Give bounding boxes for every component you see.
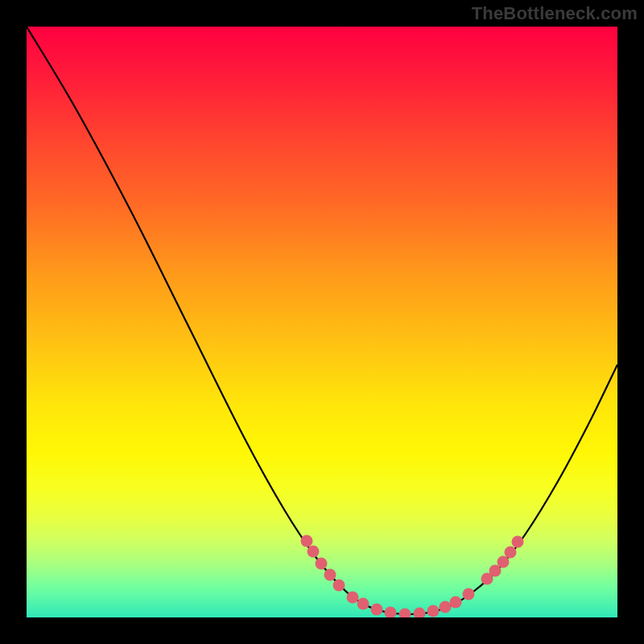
curve-layer — [27, 27, 617, 617]
highlight-dots — [301, 535, 524, 618]
curve-dot — [301, 535, 313, 547]
plot-area — [27, 27, 617, 617]
curve-dot — [450, 597, 462, 609]
curve-dot — [414, 608, 426, 618]
curve-dot — [371, 604, 383, 616]
curve-dot — [324, 569, 336, 581]
curve-dot — [512, 536, 524, 548]
chart-frame: TheBottleneck.com — [0, 0, 644, 644]
bottleneck-curve — [27, 27, 617, 614]
curve-dot — [385, 607, 397, 618]
curve-dot — [497, 556, 510, 568]
curve-dot — [427, 605, 440, 617]
watermark-text: TheBottleneck.com — [472, 3, 638, 24]
curve-dot — [440, 601, 452, 613]
curve-dot — [463, 588, 475, 601]
curve-dot — [316, 558, 328, 570]
curve-dot — [505, 547, 517, 559]
curve-dot — [333, 580, 345, 592]
curve-dot — [357, 598, 369, 610]
curve-dot — [308, 546, 320, 558]
curve-dot — [347, 592, 359, 604]
curve-dot — [399, 609, 411, 618]
